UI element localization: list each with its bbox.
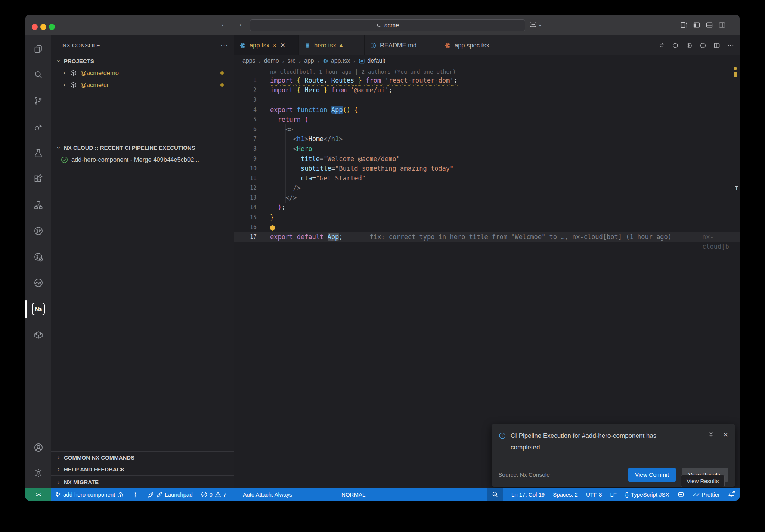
settings-gear-icon[interactable]: [25, 464, 51, 482]
breadcrumb-demo[interactable]: demo: [264, 58, 279, 64]
breadcrumb-app-tsx[interactable]: app.tsx: [323, 58, 350, 64]
extensions-icon[interactable]: [25, 170, 51, 188]
code-line-14[interactable]: 14 );: [234, 202, 740, 212]
git-graph-item[interactable]: [133, 492, 139, 498]
customize-layout-icon[interactable]: [680, 21, 688, 29]
notifications-bell-item[interactable]: [728, 491, 734, 498]
close-icon[interactable]: ✕: [723, 431, 728, 439]
account-icon[interactable]: [25, 439, 51, 457]
code-line-8[interactable]: 8 <Hero: [234, 144, 740, 154]
code-line-16[interactable]: 16: [234, 222, 740, 232]
code-line-6[interactable]: 6 <>: [234, 124, 740, 134]
project-item-acme-ui[interactable]: › @acme/ui: [51, 80, 234, 90]
encoding-item[interactable]: UTF-8: [586, 491, 602, 498]
breadcrumb-apps[interactable]: apps: [242, 58, 255, 64]
code-line-2[interactable]: 2import { Hero } from '@acme/ui';: [234, 85, 740, 95]
tab-app-tsx[interactable]: app.tsx 3 ✕: [234, 35, 299, 55]
breadcrumb-app[interactable]: app: [304, 58, 314, 64]
language-mode-item[interactable]: {} TypeScript JSX: [625, 491, 669, 498]
command-center-search[interactable]: acme: [250, 19, 525, 31]
section-help-and-feedback[interactable]: › HELP AND FEEDBACK: [51, 463, 234, 476]
forward-arrow-icon[interactable]: →: [234, 20, 244, 28]
code-line-5[interactable]: 5 return (: [234, 115, 740, 124]
gear-icon[interactable]: [707, 431, 715, 438]
code-line-4[interactable]: 4export function App() {: [234, 105, 740, 115]
project-hierarchy-icon[interactable]: [25, 196, 51, 214]
section-common-nx-commands[interactable]: › COMMON NX COMMANDS: [51, 451, 234, 463]
timeline-icon[interactable]: [699, 42, 707, 49]
more-actions-icon[interactable]: [727, 42, 734, 49]
split-editor-icon[interactable]: [713, 42, 721, 49]
git-branch-item[interactable]: add-hero-component: [55, 491, 124, 498]
view-commit-button[interactable]: View Commit: [628, 468, 676, 482]
remote-tunnel-item[interactable]: [678, 491, 684, 498]
section-nx-cloud[interactable]: › NX CLOUD :: RECENT CI PIPELINE EXECUTI…: [51, 142, 234, 153]
code-line-11[interactable]: 11 cta="Get Started": [234, 173, 740, 183]
rocket-icon: [156, 491, 162, 498]
line-content: cta="Get Started": [270, 173, 366, 183]
toggle-panel-icon[interactable]: [706, 21, 713, 29]
remote-connect-indicator[interactable]: ><: [25, 488, 51, 501]
line-content: [270, 222, 275, 232]
notification-dot: [733, 491, 735, 493]
cursor-position-item[interactable]: Ln 17, Col 19: [511, 491, 545, 498]
code-line-3[interactable]: 3: [234, 95, 740, 105]
git-graph-icon[interactable]: [25, 222, 51, 240]
lightbulb-icon[interactable]: [270, 225, 275, 230]
launchpad-item[interactable]: Launchpad: [148, 491, 192, 498]
blame-overflow-text: nx-cloud[b: [702, 232, 740, 242]
code-line-9[interactable]: 9 title="Welcome @acme/demo": [234, 154, 740, 164]
tab-app-spec-tsx[interactable]: app.spec.tsx: [439, 35, 514, 55]
section-nx-cloud-label: NX CLOUD :: RECENT CI PIPELINE EXECUTION…: [64, 145, 195, 151]
testing-icon[interactable]: [25, 144, 51, 162]
code-line-13[interactable]: 13 </>: [234, 193, 740, 202]
line-content: </>: [270, 193, 297, 202]
nx-console-icon[interactable]: N≥: [25, 300, 51, 318]
close-icon[interactable]: ✕: [280, 41, 285, 49]
explorer-icon[interactable]: [25, 40, 51, 58]
tab-readme-md[interactable]: README.md: [365, 35, 439, 55]
toggle-secondary-sidebar-icon[interactable]: [718, 21, 726, 29]
close-window-button[interactable]: [32, 24, 38, 30]
source-control-icon[interactable]: [25, 92, 51, 109]
warning-count: 7: [223, 491, 226, 498]
indentation-item[interactable]: Spaces: 2: [553, 491, 578, 498]
auto-attach-item[interactable]: Auto Attach: Always: [243, 491, 292, 498]
prettier-item[interactable]: ✓✓ Prettier: [693, 491, 720, 498]
tab-hero-tsx[interactable]: hero.tsx 4: [299, 35, 365, 55]
problems-item[interactable]: 0 7: [201, 491, 227, 498]
section-nx-migrate[interactable]: › NX MIGRATE: [51, 475, 234, 489]
section-projects[interactable]: › PROJECTS: [51, 56, 234, 66]
edge-tools-icon[interactable]: [25, 274, 51, 292]
back-arrow-icon[interactable]: ←: [219, 20, 229, 28]
gitlens-inspect-icon[interactable]: [25, 248, 51, 266]
code-line-15[interactable]: 15}: [234, 213, 740, 222]
toggle-sidebar-icon[interactable]: [693, 21, 700, 29]
breadcrumb-default-symbol[interactable]: default: [359, 58, 385, 64]
search-icon[interactable]: [25, 66, 51, 84]
circle-outline-icon[interactable]: [672, 42, 679, 49]
react-icon: [445, 42, 451, 49]
minimize-window-button[interactable]: [40, 24, 46, 30]
error-circle-icon: [201, 491, 207, 498]
code-line-1[interactable]: 1import { Route, Routes } from 'react-ro…: [234, 75, 740, 85]
more-actions-icon[interactable]: ···: [220, 41, 228, 49]
project-item-acme-demo[interactable]: › @acme/demo: [51, 68, 234, 78]
container-icon[interactable]: [25, 326, 51, 344]
run-debug-icon[interactable]: [25, 118, 51, 136]
zoom-out-item[interactable]: [487, 488, 503, 501]
run-circle-icon[interactable]: [685, 42, 693, 49]
code-line-12[interactable]: 12 />: [234, 183, 740, 193]
code-line-10[interactable]: 10 subtitle="Build something amazing tod…: [234, 164, 740, 173]
remote-window-button[interactable]: ⌄: [529, 21, 542, 29]
nx-logo: N≥: [32, 303, 45, 315]
breadcrumb-src[interactable]: src: [288, 58, 295, 64]
pipeline-execution-item[interactable]: add-hero-component - Merge 409b44e5cb02.…: [51, 154, 234, 165]
pipeline-execution-label: add-hero-component - Merge 409b44e5cb02.…: [71, 156, 199, 163]
compare-changes-icon[interactable]: [658, 42, 665, 49]
eol-item[interactable]: LF: [610, 491, 617, 498]
vim-mode-item[interactable]: -- NORMAL --: [336, 491, 371, 498]
code-line-17[interactable]: 17export default App;fix: correct typo i…: [234, 232, 740, 242]
maximize-window-button[interactable]: [49, 24, 55, 30]
code-line-7[interactable]: 7 <h1>Home</h1>: [234, 134, 740, 144]
